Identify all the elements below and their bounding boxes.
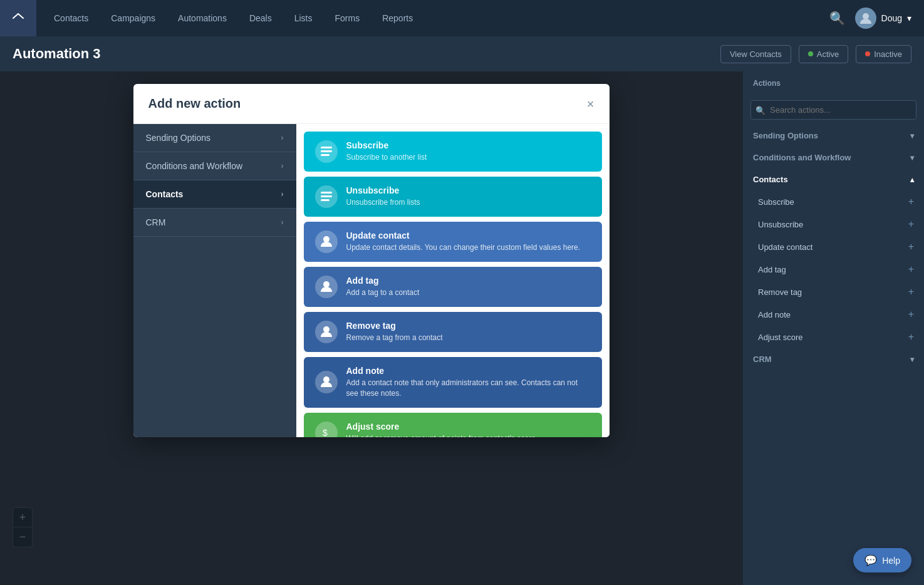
modal-close-button[interactable]: × (587, 98, 594, 110)
unsubscribe-content: Unsubscribe Unsubscribe from lists (346, 185, 591, 208)
modal-categories: Sending Options › Conditions and Workflo… (133, 124, 296, 437)
active-dot (808, 51, 813, 56)
sidebar-item-subscribe[interactable]: Subscribe + (743, 190, 924, 213)
update-contact-desc: Update contact details. You can change t… (346, 242, 591, 253)
chevron-down-icon-crm: ▾ (910, 355, 914, 364)
modal-header: Add new action × (133, 84, 610, 124)
action-subscribe[interactable]: Subscribe Subscribe to another list (304, 132, 602, 172)
remove-tag-plus-icon: + (908, 286, 914, 298)
remove-tag-icon (315, 321, 338, 343)
adjust-score-icon: $ (315, 422, 338, 437)
nav-right: 🔍 Doug ▾ (829, 8, 924, 29)
sub-header: Automation 3 View Contacts Active Inacti… (0, 36, 924, 71)
nav-deals[interactable]: Deals (238, 0, 283, 36)
sidebar-item-update-contact[interactable]: Update contact + (743, 236, 924, 258)
adjust-score-plus-icon: + (908, 331, 914, 343)
action-remove-tag[interactable]: Remove tag Remove a tag from a contact (304, 312, 602, 352)
add-tag-content: Add tag Add a tag to a contact (346, 276, 591, 298)
workflow-canvas[interactable]: + ? Does the contact match the following… (0, 71, 742, 585)
search-actions-container: 🔍 (743, 95, 924, 125)
chevron-right-icon: › (281, 133, 284, 142)
add-subscribe-icon: + (908, 196, 914, 207)
chevron-right-icon-3: › (281, 190, 284, 199)
action-adjust-score[interactable]: $ Adjust score Will add or remove amount… (304, 413, 602, 437)
sidebar-category-sending[interactable]: Sending Options ▾ (743, 125, 924, 147)
sidebar-item-add-note[interactable]: Add note + (743, 303, 924, 326)
sidebar-item-add-tag[interactable]: Add tag + (743, 258, 924, 281)
sidebar-item-remove-tag[interactable]: Remove tag + (743, 281, 924, 303)
modal-title: Add new action (148, 96, 241, 111)
unsubscribe-desc: Unsubscribe from lists (346, 197, 591, 208)
remove-tag-desc: Remove a tag from a contact (346, 333, 591, 343)
user-menu[interactable]: Doug ▾ (855, 8, 911, 29)
inactive-label: Inactive (874, 49, 902, 59)
nav-campaigns[interactable]: Campaigns (100, 0, 167, 36)
unsubscribe-title: Unsubscribe (346, 185, 591, 195)
add-update-contact-icon: + (908, 241, 914, 252)
update-contact-icon (315, 230, 338, 253)
action-unsubscribe[interactable]: Unsubscribe Unsubscribe from lists (304, 177, 602, 217)
svg-point-10 (323, 376, 330, 383)
svg-point-8 (323, 281, 330, 287)
search-actions-input[interactable] (750, 100, 916, 120)
remove-tag-content: Remove tag Remove a tag from a contact (346, 321, 591, 343)
subscribe-desc: Subscribe to another list (346, 152, 591, 163)
subscribe-title: Subscribe (346, 140, 591, 150)
nav-lists[interactable]: Lists (283, 0, 324, 36)
svg-text:$: $ (323, 428, 328, 437)
svg-rect-3 (321, 154, 330, 156)
subscribe-icon (315, 140, 338, 163)
sidebar-category-conditions[interactable]: Conditions and Workflow ▾ (743, 147, 924, 168)
modal-body: Sending Options › Conditions and Workflo… (133, 124, 610, 437)
chevron-right-icon-4: › (281, 218, 284, 227)
modal-category-crm[interactable]: CRM › (133, 209, 296, 237)
adjust-score-content: Adjust score Will add or remove amount o… (346, 422, 591, 437)
sidebar-item-adjust-score[interactable]: Adjust score + (743, 326, 924, 348)
sidebar-category-crm[interactable]: CRM ▾ (743, 348, 924, 370)
add-note-plus-icon: + (908, 309, 914, 320)
user-dropdown-icon: ▾ (907, 13, 911, 23)
top-navigation: Contacts Campaigns Automations Deals Lis… (0, 0, 924, 36)
chevron-right-icon-2: › (281, 162, 284, 170)
add-tag-icon (315, 276, 338, 298)
svg-rect-1 (321, 147, 332, 148)
sidebar-category-contacts[interactable]: Contacts ▴ (743, 168, 924, 190)
action-add-note[interactable]: Add note Add a contact note that only ad… (304, 357, 602, 408)
search-icon-small: 🔍 (755, 105, 766, 115)
svg-rect-4 (321, 192, 332, 194)
chevron-down-icon-sending: ▾ (910, 132, 914, 140)
modal-category-conditions[interactable]: Conditions and Workflow › (133, 152, 296, 180)
modal-overlay[interactable]: Add new action × Sending Options › Condi… (0, 71, 742, 585)
sidebar-item-unsubscribe[interactable]: Unsubscribe + (743, 213, 924, 236)
view-contacts-button[interactable]: View Contacts (720, 45, 791, 63)
subscribe-content: Subscribe Subscribe to another list (346, 140, 591, 163)
right-sidebar: Actions 🔍 Sending Options ▾ Conditions a… (742, 71, 924, 585)
adjust-score-title: Adjust score (346, 422, 591, 432)
action-update-contact[interactable]: Update contact Update contact details. Y… (304, 222, 602, 262)
search-icon[interactable]: 🔍 (829, 11, 845, 26)
nav-forms[interactable]: Forms (324, 0, 371, 36)
nav-toggle-button[interactable] (0, 0, 36, 36)
nav-automations[interactable]: Automations (167, 0, 238, 36)
modal-category-contacts[interactable]: Contacts › (133, 180, 296, 209)
add-note-desc: Add a contact note that only administrat… (346, 378, 591, 399)
add-note-content: Add note Add a contact note that only ad… (346, 366, 591, 399)
action-add-tag[interactable]: Add tag Add a tag to a contact (304, 267, 602, 307)
svg-rect-5 (321, 195, 332, 197)
nav-contacts[interactable]: Contacts (43, 0, 100, 36)
add-tag-desc: Add a tag to a contact (346, 287, 591, 298)
modal-actions-list: Subscribe Subscribe to another list (296, 124, 610, 437)
avatar (855, 8, 876, 29)
add-note-icon (315, 371, 338, 393)
chevron-up-icon-contacts: ▴ (910, 175, 914, 184)
search-wrapper: 🔍 (750, 100, 916, 120)
active-status-badge[interactable]: Active (799, 45, 848, 63)
inactive-status-badge[interactable]: Inactive (856, 45, 911, 63)
nav-links: Contacts Campaigns Automations Deals Lis… (36, 0, 829, 36)
unsubscribe-icon (315, 185, 338, 208)
nav-reports[interactable]: Reports (371, 0, 424, 36)
add-unsubscribe-icon: + (908, 219, 914, 230)
help-button[interactable]: 💬 Help (853, 548, 911, 572)
modal-category-sending[interactable]: Sending Options › (133, 124, 296, 152)
sub-header-actions: View Contacts Active Inactive (720, 45, 911, 63)
